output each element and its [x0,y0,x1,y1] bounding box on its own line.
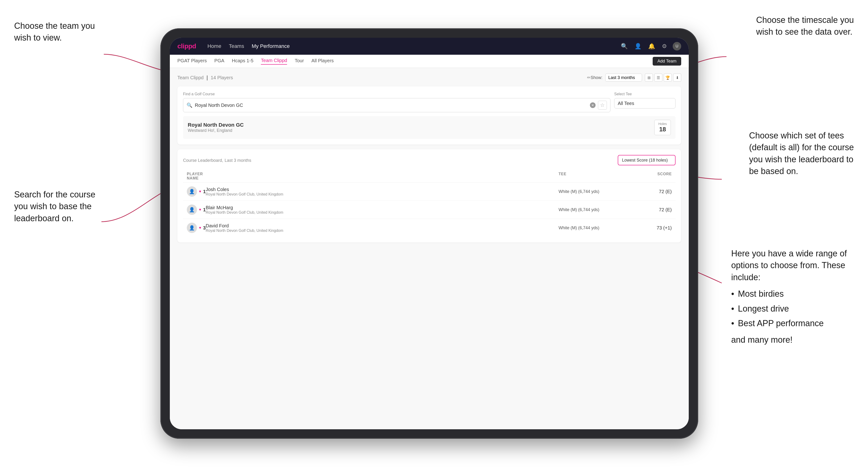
course-info: Royal North Devon GC Westward Ho!, Engla… [188,122,244,133]
bell-icon-btn[interactable]: 🔔 [647,42,656,51]
holes-number: 18 [658,126,667,133]
clear-search-button[interactable]: ✕ [590,102,596,108]
ann-ml-line3: leaderboard on. [14,214,73,223]
annotation-top-right: Choose the timescale you wish to see the… [756,14,854,38]
table-header: PLAYER NAME TEE SCORE [183,170,676,183]
player-club-2: Royal North Devon Golf Club, United King… [206,210,559,215]
annotation-top-left: Choose the team you wish to view. [14,20,95,44]
course-location: Westward Ho!, England [188,128,244,133]
ann-ml-line2: you wish to base the [14,201,92,211]
bullet-item-2: Longest drive [731,303,854,315]
settings-icon-btn[interactable]: ⚙ [661,42,668,51]
annotation-mid-right: Choose which set of tees (default is all… [749,130,854,177]
player-name-3: David Ford [206,223,559,228]
table-row: 👤 ♥ 3 David Ford Royal North Devon Golf … [183,219,676,237]
tee-select-wrap-inner: All Tees White (M) Yellow (M) Red (L) [614,98,676,108]
leaderboard-title: Course Leaderboard, Last 3 months [183,157,618,163]
ann-tl-line1: Choose the team you [14,21,95,31]
list-view-btn[interactable]: ☰ [654,73,662,82]
ann-tr-line1: Choose the timescale you [756,15,854,25]
holes-badge: Holes 18 [654,120,671,135]
player-info-1: Josh Coles Royal North Devon Golf Club, … [206,187,559,196]
heart-icon-1: ♥ [199,189,201,194]
annotation-bottom-right: Here you have a wide range of options to… [731,248,854,346]
player-avatar-3: 👤 [187,223,197,233]
team-title: Team Clippd | 14 Players [177,74,585,81]
show-controls: Show: Last 3 months Last month Last 6 mo… [591,73,681,82]
score-type-dropdown[interactable]: Lowest Score (18 holes) Most Birdies Lon… [618,155,676,165]
leaderboard-card: Course Leaderboard, Last 3 months Lowest… [177,149,681,243]
score-1: 72 (E) [629,189,672,194]
col-player-name: PLAYER NAME [187,172,206,181]
search-tee-row: Find a Golf Course 🔍 ✕ ☆ Select Tee [183,92,676,112]
search-input-wrap: 🔍 ✕ ☆ [183,98,611,112]
ann-br-intro: Here you have a wide range of options to… [731,249,847,282]
bullet-item-3: Best APP performance [731,317,854,329]
favorite-button[interactable]: ☆ [598,101,607,110]
nav-avatar[interactable]: U [673,42,681,51]
player-info-3: David Ford Royal North Devon Golf Club, … [206,223,559,233]
trophy-view-btn[interactable]: 🏆 [664,73,672,82]
search-icon: 🔍 [187,102,192,108]
view-icons: ⊞ ☰ 🏆 ⬇ [645,73,681,82]
sub-nav-all-players[interactable]: All Players [311,58,334,64]
ann-mr-line3: you wish the leaderboard to [749,154,854,164]
sub-nav: PGAT Players PGA Hcaps 1-5 Team Clippd T… [170,55,689,68]
sub-nav-pgat[interactable]: PGAT Players [177,58,207,64]
nav-link-teams[interactable]: Teams [229,43,244,49]
ann-ml-line1: Search for the course [14,190,95,199]
tablet-screen: clippd Home Teams My Performance 🔍 👤 🔔 ⚙… [170,38,689,429]
course-search-input[interactable] [195,102,588,108]
tee-select[interactable]: All Tees White (M) Yellow (M) Red (L) [614,98,676,108]
annotation-mid-left: Search for the course you wish to base t… [14,189,95,224]
tablet-shell: clippd Home Teams My Performance 🔍 👤 🔔 ⚙… [160,28,698,439]
score-2: 72 (E) [629,207,672,213]
download-btn[interactable]: ⬇ [673,73,681,82]
team-name: Team Clippd [177,75,204,80]
nav-link-home[interactable]: Home [207,43,221,49]
add-team-button[interactable]: Add Team [653,57,681,66]
find-course-label: Find a Golf Course [183,92,611,96]
player-name-1: Josh Coles [206,187,559,192]
tee-text-3: White (M) (6,744 yds) [559,225,629,230]
player-info-2: Blair McHarg Royal North Devon Golf Club… [206,205,559,215]
nav-logo: clippd [177,42,196,50]
sub-nav-tour[interactable]: Tour [294,58,304,64]
holes-label: Holes [658,122,667,126]
search-icon-btn[interactable]: 🔍 [620,42,629,51]
rank-num-2: 1 [203,207,206,213]
sub-nav-team-clippd[interactable]: Team Clippd [261,58,287,65]
edit-team-icon[interactable]: ✏ [587,75,591,80]
table-row: 👤 ♥ 1 Josh Coles Royal North Devon Golf … [183,183,676,201]
ann-mr-line2: (default is all) for the course [749,143,854,152]
nav-link-my-performance[interactable]: My Performance [252,43,290,49]
show-dropdown[interactable]: Last 3 months Last month Last 6 months L… [605,73,642,82]
tee-select-section: Select Tee All Tees White (M) Yellow (M)… [614,92,676,108]
leaderboard-table: PLAYER NAME TEE SCORE 👤 ♥ 1 [183,170,676,237]
lb-title-text: Course Leaderboard, [183,158,223,163]
ann-mr-line4: be based on. [749,166,798,176]
find-course-section: Find a Golf Course 🔍 ✕ ☆ [183,92,611,112]
sub-nav-pga[interactable]: PGA [214,58,224,64]
nav-links: Home Teams My Performance [207,43,620,49]
course-search-card: Find a Golf Course 🔍 ✕ ☆ Select Tee [177,86,681,145]
bullet-item-1: Most birdies [731,288,854,300]
heart-icon-3: ♥ [199,226,201,230]
show-label: Show: [591,75,602,80]
tee-text-2: White (M) (6,744 yds) [559,207,629,212]
team-header: Team Clippd | 14 Players ✏ Show: Last 3 … [177,73,681,82]
ann-br-footer: and many more! [731,334,854,346]
main-content: Team Clippd | 14 Players ✏ Show: Last 3 … [170,68,689,429]
grid-view-btn[interactable]: ⊞ [645,73,653,82]
col-score: SCORE [629,172,672,181]
tee-text-1: White (M) (6,744 yds) [559,189,629,194]
rank-num-3: 3 [203,225,206,231]
leaderboard-header: Course Leaderboard, Last 3 months Lowest… [183,155,676,165]
bullet-list: Most birdies Longest drive Best APP perf… [731,288,854,329]
table-row: 👤 ♥ 1 Blair McHarg Royal North Devon Gol… [183,201,676,219]
sub-nav-hcaps[interactable]: Hcaps 1-5 [232,58,253,64]
people-icon-btn[interactable]: 👤 [633,42,643,51]
ann-tl-line2: wish to view. [14,33,62,42]
col-player-name-spacer [206,172,559,181]
score-type-wrap: Lowest Score (18 holes) Most Birdies Lon… [618,155,676,165]
